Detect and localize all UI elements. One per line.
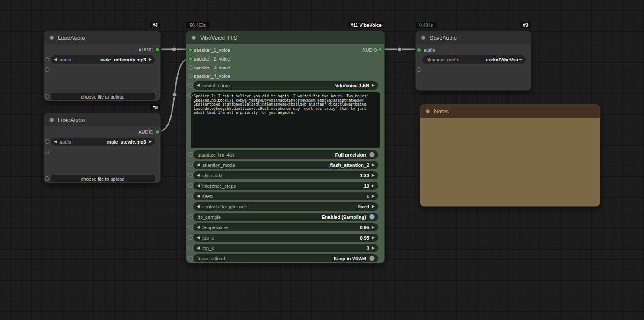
control-after-generate-combo[interactable]: ◀ control after generate fixed ▶ xyxy=(193,202,378,211)
choose-file-button[interactable]: choose file to upload xyxy=(51,175,155,182)
increment-arrow-icon[interactable]: ▶ xyxy=(372,81,375,90)
decrement-arrow-icon[interactable]: ◀ xyxy=(54,138,57,146)
audio-file-combo[interactable]: ◀ audio male_rickmorty.mp3 ▶ xyxy=(51,55,155,64)
audio-file-combo[interactable]: ◀ audio male_stewie.mp3 ▶ xyxy=(51,138,155,146)
collapse-dot-icon[interactable] xyxy=(421,35,426,40)
upload-input-slot[interactable] xyxy=(45,176,49,181)
widget-value: fixed xyxy=(358,204,369,209)
audioui-input-slot[interactable] xyxy=(45,150,49,154)
increment-arrow-icon[interactable]: ▶ xyxy=(372,161,375,169)
decrement-arrow-icon[interactable]: ◀ xyxy=(197,171,200,179)
node-notes[interactable]: Notes xyxy=(420,104,600,207)
widget-label: do_sample xyxy=(198,214,221,220)
node-saveaudio-3[interactable]: 0.404s #3 SaveAudio audio filename_prefi… xyxy=(415,31,531,91)
cfg-scale-input-slot[interactable] xyxy=(188,173,193,177)
wire-midpoint-dot[interactable] xyxy=(172,93,177,97)
node-loadaudio-4[interactable]: #4 LoadAudio AUDIO ◀ audio male_rickmort… xyxy=(44,31,161,101)
notes-body[interactable] xyxy=(420,118,600,206)
decrement-arrow-icon[interactable]: ◀ xyxy=(197,202,200,211)
node-title-bar[interactable]: LoadAudio xyxy=(44,113,160,126)
audio-output-label: AUDIO xyxy=(362,46,377,54)
attention-mode-combo[interactable]: ◀ attention_mode flash_attention_2 ▶ xyxy=(193,161,378,169)
decrement-arrow-icon[interactable]: ◀ xyxy=(197,161,200,169)
node-vibevoice-tts[interactable]: 50.463s #11 VibeVoice VibeVoice TTS spea… xyxy=(186,31,385,263)
node-id-badge: #8 xyxy=(150,104,160,110)
quantize-llm-4bit-toggle[interactable]: quantize_llm_4bit Full precision xyxy=(193,150,378,159)
increment-arrow-icon[interactable]: ▶ xyxy=(149,55,152,64)
audio-output-slot[interactable] xyxy=(378,48,382,52)
node-title-bar[interactable]: LoadAudio xyxy=(44,31,160,44)
widget-value: flash_attention_2 xyxy=(330,163,369,168)
top-p-input-slot[interactable] xyxy=(188,235,193,240)
collapse-dot-icon[interactable] xyxy=(49,118,54,122)
collapse-dot-icon[interactable] xyxy=(49,35,54,40)
toggle-knob-icon[interactable] xyxy=(369,152,375,157)
audio-output-slot[interactable] xyxy=(156,48,160,52)
increment-arrow-icon[interactable]: ▶ xyxy=(372,234,375,242)
model-name-combo[interactable]: ◀ model_name VibeVoice-1.5B ▶ xyxy=(193,81,378,90)
audio-widget-input-slot[interactable] xyxy=(45,57,49,61)
node-title-bar[interactable]: Notes xyxy=(420,105,600,118)
node-id-badge: #4 xyxy=(150,22,160,28)
filename-prefix-field[interactable]: filename_prefix audio/VibeVoice xyxy=(422,55,526,64)
speaker-3-input-slot[interactable] xyxy=(188,65,193,70)
audioui-input-slot[interactable] xyxy=(45,67,49,72)
collapse-dot-icon[interactable] xyxy=(191,35,196,40)
decrement-arrow-icon[interactable]: ◀ xyxy=(197,234,200,242)
decrement-arrow-icon[interactable]: ◀ xyxy=(197,223,200,231)
toggle-knob-icon[interactable] xyxy=(369,214,375,220)
inference-steps-number[interactable]: ◀ inference_steps 10 ▶ xyxy=(193,182,378,190)
force-offload-toggle[interactable]: force_offload Keep in VRAM xyxy=(193,254,378,262)
force-offload-input-slot[interactable] xyxy=(188,256,193,260)
increment-arrow-icon[interactable]: ▶ xyxy=(149,138,152,146)
decrement-arrow-icon[interactable]: ◀ xyxy=(197,244,200,252)
increment-arrow-icon[interactable]: ▶ xyxy=(372,182,375,190)
widget-label: cfg_scale xyxy=(202,173,222,178)
text-input-slot[interactable] xyxy=(188,93,193,98)
top-k-number[interactable]: ◀ top_k 0 ▶ xyxy=(193,244,378,252)
temperature-input-slot[interactable] xyxy=(188,225,193,229)
temperature-number[interactable]: ◀ temperature 0.95 ▶ xyxy=(193,223,378,231)
increment-arrow-icon[interactable]: ▶ xyxy=(372,223,375,231)
top-k-input-slot[interactable] xyxy=(188,246,193,250)
node-title-bar[interactable]: SaveAudio xyxy=(416,31,531,44)
top-p-number[interactable]: ◀ top_p 0.95 ▶ xyxy=(193,234,378,242)
do-sample-input-slot[interactable] xyxy=(188,214,193,219)
decrement-arrow-icon[interactable]: ◀ xyxy=(54,55,57,64)
model-name-input-slot[interactable] xyxy=(188,83,193,87)
widget-value: 1.30 xyxy=(360,173,369,178)
choose-file-button[interactable]: choose file to upload xyxy=(51,93,155,100)
seed-input-slot[interactable] xyxy=(188,194,193,198)
decrement-arrow-icon[interactable]: ◀ xyxy=(197,81,200,90)
seed-number[interactable]: ◀ seed 1 ▶ xyxy=(193,192,378,200)
inference-steps-input-slot[interactable] xyxy=(188,183,193,188)
increment-arrow-icon[interactable]: ▶ xyxy=(372,244,375,252)
decrement-arrow-icon[interactable]: ◀ xyxy=(197,182,200,190)
decrement-arrow-icon[interactable]: ◀ xyxy=(197,192,200,200)
node-title-bar[interactable]: VibeVoice TTS xyxy=(186,31,384,44)
node-graph-canvas[interactable]: #4 LoadAudio AUDIO ◀ audio male_rickmort… xyxy=(0,0,644,320)
upload-input-slot[interactable] xyxy=(45,94,49,99)
wire-midpoint-dot[interactable] xyxy=(397,47,402,51)
toggle-knob-icon[interactable] xyxy=(369,256,375,261)
speaker-2-input-slot[interactable] xyxy=(188,57,193,61)
increment-arrow-icon[interactable]: ▶ xyxy=(372,202,375,211)
speaker-1-input-slot[interactable] xyxy=(188,48,193,52)
audioui-input-slot[interactable] xyxy=(417,67,421,72)
do-sample-toggle[interactable]: do_sample Enabled (Sampling) xyxy=(193,213,378,221)
script-text-area[interactable]: Speaker 1: I can't believe you did it ag… xyxy=(191,92,380,148)
speaker-4-input-slot[interactable] xyxy=(188,74,193,78)
audio-input-slot[interactable] xyxy=(417,48,421,52)
node-loadaudio-8[interactable]: #8 LoadAudio AUDIO ◀ audio male_stewie.m… xyxy=(44,113,161,183)
widget-value: Full precision xyxy=(335,152,366,157)
quantize-input-slot[interactable] xyxy=(188,152,193,157)
attention-mode-input-slot[interactable] xyxy=(188,163,193,167)
audio-output-slot[interactable] xyxy=(156,130,160,134)
widget-label: top_p xyxy=(202,235,214,240)
increment-arrow-icon[interactable]: ▶ xyxy=(372,192,375,200)
audio-widget-input-slot[interactable] xyxy=(45,139,49,144)
cfg-scale-number[interactable]: ◀ cfg_scale 1.30 ▶ xyxy=(193,171,378,179)
collapse-dot-icon[interactable] xyxy=(425,109,430,114)
increment-arrow-icon[interactable]: ▶ xyxy=(372,171,375,179)
wire-midpoint-dot[interactable] xyxy=(172,47,176,51)
